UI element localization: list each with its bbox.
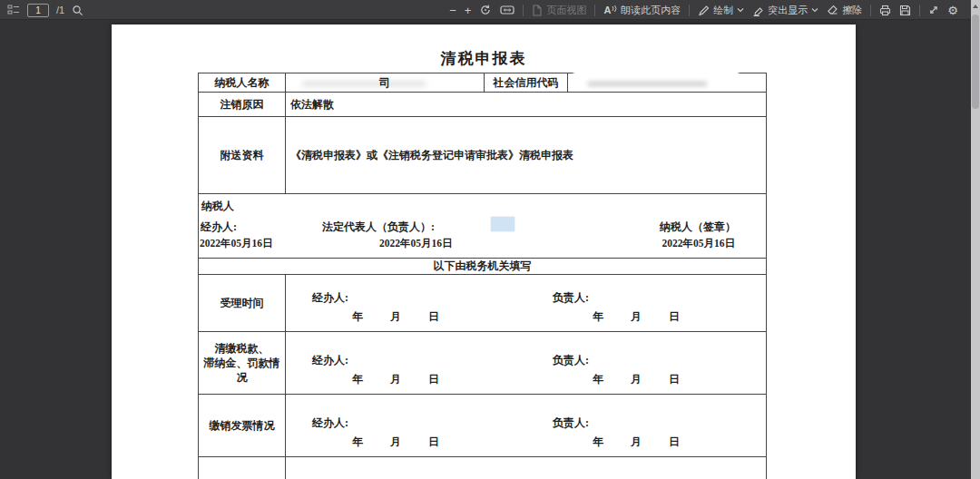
scroll-up-arrow-icon[interactable] [973, 5, 978, 8]
expand-icon [928, 5, 939, 15]
plus-icon: + [465, 5, 472, 16]
vertical-scrollbar[interactable] [971, 0, 980, 479]
erase-button[interactable]: 擦除 [827, 4, 862, 17]
credit-code-label: 社会信用代码 [485, 73, 568, 92]
taxpayer-section-label: 纳税人 [201, 199, 234, 214]
table-row-cutoff [199, 457, 766, 479]
tax-authority-header: 以下由税务机关填写 [434, 259, 532, 274]
legal-representative-date: 2022年05月16日 [379, 237, 453, 250]
page-view-label: 页面视图 [546, 4, 586, 17]
settings-button[interactable]: ⚙ [947, 5, 958, 16]
search-button[interactable] [72, 5, 83, 16]
date-blank: 年 月 日 [312, 372, 441, 387]
attachments-value: 《清税申报表》或《注销税务登记申请审批表》清税申报表 [286, 117, 766, 193]
toolbar-separator [870, 5, 871, 16]
cancel-reason-label: 注销原因 [199, 93, 286, 116]
read-aloud-label: 朗读此页内容 [621, 4, 681, 17]
page-total-label: /1 [56, 5, 64, 15]
save-button[interactable] [899, 5, 911, 16]
chevron-down-icon[interactable] [811, 7, 818, 13]
responsible-sign-block: 负责人: 年 月 日 [553, 290, 681, 325]
table-row-tax-settlement: 清缴税款、 滞纳金、罚款情况 经办人: 年 月 日 负责人: 年 月 日 [199, 332, 766, 395]
toolbar-left-group: /1 [7, 0, 83, 20]
responsible-label: 负责人: [553, 415, 681, 431]
table-row-taxpayer-section: 纳税人 经办人: 法定代表人（负责人）: 纳税人（签章） 2022年05月16日… [199, 194, 766, 259]
scrollbar-thumb[interactable] [972, 15, 979, 109]
minus-icon: − [449, 5, 456, 16]
table-row-attachments: 附送资料 《清税申报表》或《注销税务登记申请审批表》清税申报表 [199, 117, 766, 194]
fit-to-width-button[interactable] [500, 5, 514, 15]
read-aloud-button[interactable]: A 朗读此页内容 [603, 4, 681, 17]
eraser-icon [827, 5, 838, 15]
save-icon [899, 5, 911, 16]
seal-date: 2022年05月16日 [662, 237, 736, 250]
agent-label: 经办人: [312, 290, 441, 306]
invoice-cancellation-content: 经办人: 年 月 日 负责人: 年 月 日 [286, 395, 766, 456]
toolbar-separator [594, 5, 595, 16]
redaction-blur [573, 70, 739, 90]
agent-sign-block: 经办人: 年 月 日 [312, 415, 441, 450]
read-aloud-icon: A [603, 5, 611, 15]
zoom-out-button[interactable]: − [449, 5, 456, 16]
print-button[interactable] [879, 5, 891, 16]
date-blank: 年 月 日 [312, 309, 441, 325]
pdf-toolbar: /1 − + [0, 0, 971, 20]
agent-label: 经办人: [312, 415, 441, 431]
agent-sign-block: 经办人: 年 月 日 [312, 290, 441, 325]
tax-settlement-label: 清缴税款、 滞纳金、罚款情况 [199, 332, 286, 394]
date-blank: 年 月 日 [553, 372, 681, 387]
highlighter-icon [752, 5, 764, 16]
fullscreen-button[interactable] [928, 5, 939, 15]
fit-width-icon [500, 5, 514, 15]
date-blank: 年 月 日 [553, 435, 681, 450]
taxpayer-name-value-cell: 司 [286, 73, 485, 92]
cancel-reason-value: 依法解散 [286, 93, 766, 116]
page-view-icon [532, 5, 543, 16]
chevron-down-icon[interactable] [737, 7, 744, 13]
date-blank: 年 月 日 [553, 309, 681, 325]
attachments-label: 附送资料 [199, 117, 286, 193]
tax-clearance-form-table: 纳税人名称 司 社会信用代码 注销原因 依法解散 附送资料 《清税申报表》或《注… [198, 73, 767, 479]
table-row-invoice-cancellation: 缴销发票情况 经办人: 年 月 日 负责人: 年 月 日 [199, 395, 766, 457]
highlight-label: 突出显示 [768, 4, 808, 17]
table-row-authority-header: 以下由税务机关填写 [199, 259, 766, 275]
pdf-page: 清税申报表 纳税人名称 司 社会信用代码 注销原因 依法解散 附送资料 《清税申… [112, 24, 856, 479]
responsible-label: 负责人: [553, 353, 681, 368]
agent-date: 2022年05月16日 [200, 237, 273, 250]
taxpayer-name-visible-text: 司 [379, 75, 390, 91]
taxpayer-name-label: 纳税人名称 [199, 73, 286, 92]
empty-label-cell [199, 457, 286, 479]
table-row-acceptance-time: 受理时间 经办人: 年 月 日 负责人: 年 月 日 [199, 275, 766, 332]
toolbar-right-group: − + 页面视图 A [449, 0, 958, 20]
responsible-label: 负责人: [553, 290, 681, 306]
table-row-taxpayer-name: 纳税人名称 司 社会信用代码 [199, 73, 766, 93]
empty-content-cell [286, 457, 766, 479]
form-title: 清税申报表 [112, 48, 856, 69]
search-icon [72, 5, 83, 16]
thumbnails-toggle-button[interactable] [7, 5, 20, 15]
credit-code-value-cell [568, 73, 766, 92]
draw-label: 绘制 [713, 4, 733, 17]
table-of-contents-icon [7, 5, 20, 15]
redaction-highlight [491, 217, 514, 231]
page-number-input[interactable] [27, 4, 49, 17]
acceptance-time-content: 经办人: 年 月 日 负责人: 年 月 日 [286, 275, 766, 331]
responsible-sign-block: 负责人: 年 月 日 [553, 353, 681, 387]
pen-icon [698, 5, 710, 16]
taxpayer-seal-label: 纳税人（签章） [660, 220, 736, 235]
toolbar-separator [919, 5, 920, 16]
table-row-cancel-reason: 注销原因 依法解散 [199, 93, 766, 117]
acceptance-time-label: 受理时间 [199, 275, 286, 331]
invoice-cancellation-label: 缴销发票情况 [199, 395, 286, 456]
sound-waves-icon [612, 4, 617, 14]
page-view-button: 页面视图 [532, 4, 586, 17]
rotate-button[interactable] [479, 4, 492, 16]
draw-button[interactable]: 绘制 [698, 4, 744, 17]
highlight-button[interactable]: 突出显示 [752, 4, 818, 17]
toolbar-separator [523, 5, 524, 16]
agent-sign-block: 经办人: 年 月 日 [312, 353, 441, 387]
gear-icon: ⚙ [947, 5, 958, 16]
zoom-in-button[interactable]: + [465, 5, 472, 16]
toolbar-separator [689, 5, 690, 16]
erase-label: 擦除 [842, 4, 862, 17]
